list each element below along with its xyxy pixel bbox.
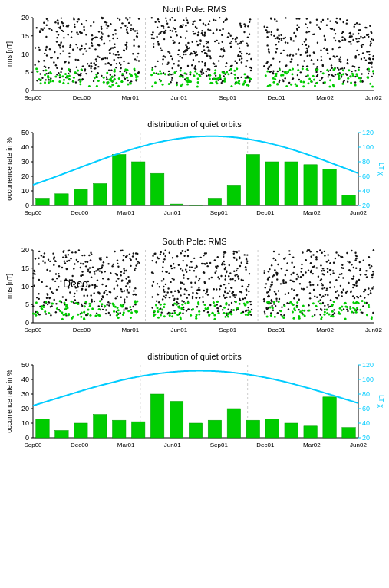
chart-container xyxy=(0,0,389,588)
